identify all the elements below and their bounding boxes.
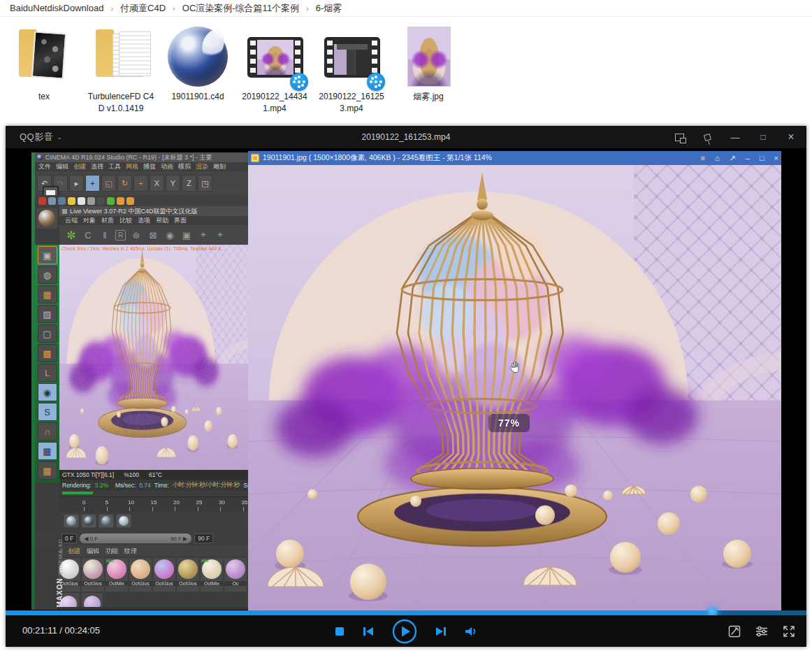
- refresh-green-icon[interactable]: [107, 197, 115, 205]
- seek-bar[interactable]: [6, 610, 806, 615]
- material-thumbnail[interactable]: Oc: [224, 558, 247, 592]
- c4d-menu-item[interactable]: 编辑: [56, 162, 68, 171]
- frame-start-field[interactable]: 0 F: [61, 534, 77, 543]
- lock-icon[interactable]: ⊠: [147, 229, 159, 241]
- frame-range-slider[interactable]: ◀ 0 F 90 F ▶: [80, 534, 191, 543]
- material-menu-item[interactable]: 创建: [68, 547, 80, 556]
- previous-button[interactable]: [363, 627, 374, 636]
- mouse-icon[interactable]: ◉: [38, 383, 57, 401]
- breadcrumb-item[interactable]: 付顽童C4D›: [120, 2, 182, 15]
- sphere-gray-icon[interactable]: [87, 197, 95, 205]
- rotate-tool-icon[interactable]: ↻: [117, 175, 132, 192]
- key-sphere-button[interactable]: [99, 514, 114, 528]
- close-icon[interactable]: ×: [774, 154, 778, 162]
- material-thumbnail[interactable]: OctGlos: [153, 558, 175, 592]
- file-video-1[interactable]: 20190122_144341.mp4: [236, 22, 313, 115]
- restart-icon[interactable]: R: [115, 230, 126, 241]
- breadcrumb-item[interactable]: 6-烟雾›: [316, 2, 342, 15]
- video-display-area[interactable]: CINEMA 4D R19.024 Studio (RC - R19) - [未…: [6, 148, 806, 610]
- timeline-ruler[interactable]: 05101520253035: [59, 496, 248, 512]
- file-tex-folder[interactable]: tex: [6, 22, 82, 115]
- subdivision-icon[interactable]: S: [38, 403, 57, 421]
- maximize-icon[interactable]: □: [760, 154, 764, 162]
- grid-lock-icon[interactable]: ▦: [38, 442, 57, 460]
- grid-refresh-icon[interactable]: ▦: [38, 462, 57, 480]
- close-button[interactable]: ×: [785, 131, 797, 143]
- octane-logo-icon[interactable]: ✼: [65, 229, 78, 241]
- record-icon[interactable]: [38, 197, 46, 205]
- material-thumbnail[interactable]: OctGlos: [177, 558, 199, 592]
- live-viewer-menu-item[interactable]: 云端: [65, 216, 78, 225]
- material-thumbnail[interactable]: MIX OctMix: [106, 558, 128, 592]
- c4d-menu-item[interactable]: 模拟: [178, 162, 191, 171]
- cube-points-icon[interactable]: ▨: [38, 305, 57, 323]
- sphere-half2-icon[interactable]: [58, 197, 66, 205]
- sphere-dark-icon[interactable]: [97, 197, 105, 205]
- live-viewer-menu-item[interactable]: 帮助: [156, 216, 168, 225]
- last-tool-icon[interactable]: +: [133, 175, 148, 192]
- minimize-button[interactable]: —: [730, 131, 741, 143]
- play-button[interactable]: [392, 619, 417, 644]
- material-thumbnail[interactable]: OctGlos: [82, 558, 104, 592]
- minimize-icon[interactable]: –: [746, 154, 750, 162]
- material-ball-icon[interactable]: ◉: [164, 229, 176, 241]
- bell-icon[interactable]: [117, 197, 124, 205]
- cube-plain-icon[interactable]: ▢: [38, 324, 57, 343]
- playlist-settings-button[interactable]: [755, 625, 769, 638]
- file-video-2[interactable]: 20190122_161253.mp4: [313, 22, 390, 115]
- volume-button[interactable]: [465, 627, 477, 636]
- c4d-menu-item[interactable]: 工具: [108, 162, 121, 171]
- maximize-button[interactable]: □: [757, 131, 769, 143]
- file-smoke-jpg[interactable]: 烟雾.jpg: [390, 22, 467, 115]
- coord-system-icon[interactable]: ◳: [198, 175, 212, 192]
- select-tool-icon[interactable]: ▸: [69, 175, 84, 192]
- focus-pick-icon[interactable]: ⌖: [197, 229, 210, 241]
- sun-icon[interactable]: [68, 197, 75, 205]
- live-viewer-menu-item[interactable]: 对象: [83, 216, 96, 225]
- material-menu-item[interactable]: 编辑: [87, 547, 99, 556]
- c4d-menu-item[interactable]: 文件: [38, 162, 51, 171]
- menu-icon[interactable]: ≡: [700, 154, 704, 162]
- material-menu-item[interactable]: 纹理: [124, 547, 137, 556]
- gear-icon[interactable]: ⊛: [130, 229, 143, 241]
- always-on-top-button[interactable]: [702, 131, 713, 143]
- toolbox-button[interactable]: [728, 625, 741, 638]
- next-button[interactable]: [435, 627, 447, 636]
- viewer-image[interactable]: 77%: [248, 165, 781, 610]
- live-viewer-menu-item[interactable]: 界面: [174, 216, 187, 225]
- x-axis-icon[interactable]: X: [150, 175, 164, 192]
- c4d-menu-item[interactable]: 创建: [73, 162, 86, 171]
- frame-end-field[interactable]: 90 F: [194, 534, 213, 543]
- player-titlebar[interactable]: QQ影音⌄ 20190122_161253.mp4 — □ ×: [6, 126, 806, 148]
- octane-live-viewport[interactable]: [59, 245, 248, 470]
- fullscreen-icon[interactable]: ↗: [730, 154, 736, 163]
- refresh-icon[interactable]: C: [82, 229, 94, 241]
- key-sphere-button[interactable]: [64, 514, 79, 528]
- magnet-icon[interactable]: ∩: [38, 422, 57, 441]
- live-viewer-menu-item[interactable]: 选项: [138, 216, 150, 225]
- region-render-icon[interactable]: ▣: [180, 229, 193, 241]
- stop-button[interactable]: [335, 627, 345, 636]
- bell2-icon[interactable]: [126, 197, 134, 205]
- home-icon[interactable]: ⌂: [715, 154, 720, 162]
- live-viewer-menu-item[interactable]: 材质: [101, 216, 114, 225]
- material-thumbnail[interactable]: MIX OctMix: [201, 558, 223, 592]
- file-c4d-scene[interactable]: 19011901.c4d: [159, 22, 236, 115]
- breadcrumb-item[interactable]: OC渲染案例-综合篇11个案例›: [182, 2, 316, 15]
- material-pick-icon[interactable]: ⌖: [214, 229, 226, 241]
- c4d-hand-tool-icon[interactable]: [36, 208, 57, 229]
- c4d-menu-item[interactable]: 网格: [126, 162, 138, 171]
- y-axis-icon[interactable]: Y: [166, 175, 180, 192]
- z-axis-icon[interactable]: Z: [182, 175, 196, 192]
- c4d-menu-item[interactable]: 动画: [161, 162, 173, 171]
- key-sphere-button[interactable]: [116, 514, 131, 528]
- mini-mode-button[interactable]: [674, 131, 685, 143]
- sphere-half-icon[interactable]: [48, 197, 56, 205]
- cube-primitive-icon[interactable]: ▣: [38, 246, 57, 264]
- c4d-menu-item[interactable]: 选择: [91, 162, 103, 171]
- file-turbulencefd-folder[interactable]: TurbulenceFD C4D v1.0.1419: [82, 22, 159, 115]
- c4d-menu-item[interactable]: 渲染: [196, 162, 208, 171]
- material-menu-item[interactable]: 功能: [106, 547, 118, 556]
- live-viewer-menu-item[interactable]: 比较: [119, 216, 132, 225]
- pause-icon[interactable]: ‖: [99, 229, 111, 241]
